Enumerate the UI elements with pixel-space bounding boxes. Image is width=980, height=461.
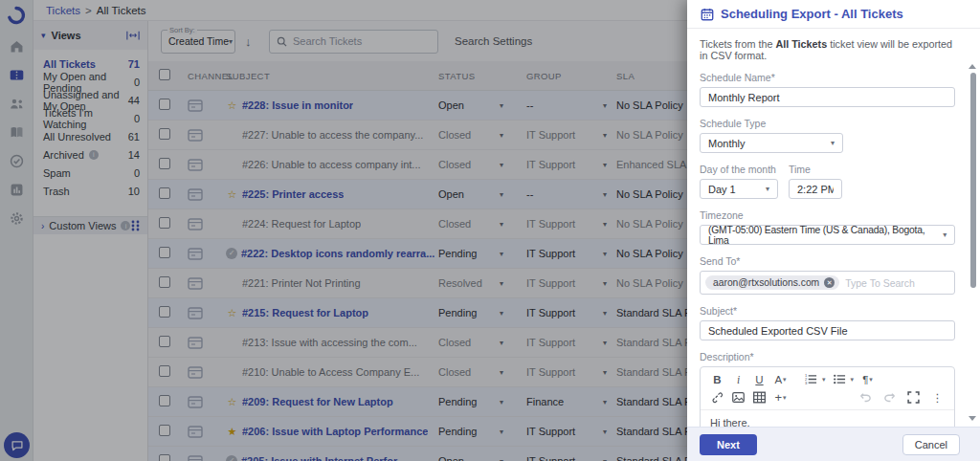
scrollbar-up-arrow[interactable] [969, 64, 976, 69]
modal-backdrop[interactable] [0, 0, 687, 461]
redo-icon[interactable] [882, 390, 897, 405]
schedule-type-label: Schedule Type [700, 118, 955, 129]
caret-down-icon: ▾ [943, 230, 947, 239]
modal-footer: Next Cancel [687, 427, 980, 461]
scheduling-export-modal: Scheduling Export - All Tickets Tickets … [687, 0, 980, 461]
editor-content[interactable]: Hi there, [701, 410, 954, 427]
send-to-label: Send To* [700, 255, 955, 267]
bold-icon[interactable]: B [710, 372, 724, 386]
next-button[interactable]: Next [700, 434, 757, 455]
more-options-icon[interactable]: ⋮ [930, 390, 945, 405]
ordered-list-icon[interactable]: 123 [804, 372, 818, 386]
caret-down-icon[interactable]: ▾ [822, 376, 826, 384]
paragraph-format-icon[interactable]: ¶▾ [860, 372, 875, 386]
scrollbar-down-arrow[interactable] [969, 416, 976, 421]
editor-toolbar-row-1: B i U A▾ 123 ▾ ▾ ¶▾ [701, 367, 954, 388]
calendar-icon [701, 8, 714, 21]
caret-down-icon: ▾ [831, 139, 835, 147]
insert-more-icon[interactable]: +▾ [773, 390, 788, 405]
day-of-month-label: Day of the month [700, 164, 778, 175]
caret-down-icon[interactable]: ▾ [851, 376, 855, 384]
modal-description: Tickets from the All Tickets ticket view… [700, 38, 955, 61]
schedule-name-input[interactable] [700, 87, 955, 107]
italic-icon[interactable]: i [731, 372, 746, 386]
schedule-name-label: Schedule Name* [700, 72, 955, 83]
timezone-select[interactable]: (GMT-05:00) Eastern Time (US & Canada), … [700, 225, 955, 245]
subject-label: Subject* [700, 305, 955, 317]
insert-image-icon[interactable] [731, 390, 746, 405]
fullscreen-icon[interactable] [906, 390, 921, 405]
schedule-type-select[interactable]: Monthly▾ [700, 133, 843, 153]
app-window: Tickets > All Tickets ▾ Views All Ticket… [0, 0, 980, 461]
send-to-input[interactable] [845, 277, 949, 289]
time-input[interactable] [789, 179, 842, 199]
caret-down-icon: ▾ [766, 185, 769, 193]
subject-input[interactable] [700, 320, 955, 340]
underline-icon[interactable]: U [752, 372, 767, 386]
modal-header: Scheduling Export - All Tickets [687, 0, 980, 29]
description-label: Description* [700, 351, 955, 362]
timezone-label: Timezone [700, 209, 955, 221]
rich-text-editor[interactable]: B i U A▾ 123 ▾ ▾ ¶▾ +▾ [700, 366, 955, 427]
day-of-month-select[interactable]: Day 1▾ [700, 179, 778, 199]
svg-text:3: 3 [805, 381, 808, 385]
bullet-list-icon[interactable] [833, 372, 847, 386]
recipient-chip: aaron@rtxsolutions.com✕ [705, 275, 839, 290]
modal-body: Tickets from the All Tickets ticket view… [687, 30, 980, 427]
insert-link-icon[interactable] [710, 390, 724, 405]
scrollbar-thumb[interactable] [970, 73, 976, 288]
font-style-icon[interactable]: A▾ [773, 372, 788, 386]
insert-table-icon[interactable] [752, 390, 767, 405]
time-label: Time [789, 164, 842, 175]
send-to-field[interactable]: aaron@rtxsolutions.com✕ [700, 271, 955, 295]
remove-recipient-icon[interactable]: ✕ [824, 277, 835, 288]
cancel-button[interactable]: Cancel [902, 434, 960, 455]
editor-toolbar-row-2: +▾ ⋮ [701, 388, 954, 410]
undo-icon[interactable] [858, 390, 873, 405]
modal-title: Scheduling Export - All Tickets [721, 7, 903, 21]
